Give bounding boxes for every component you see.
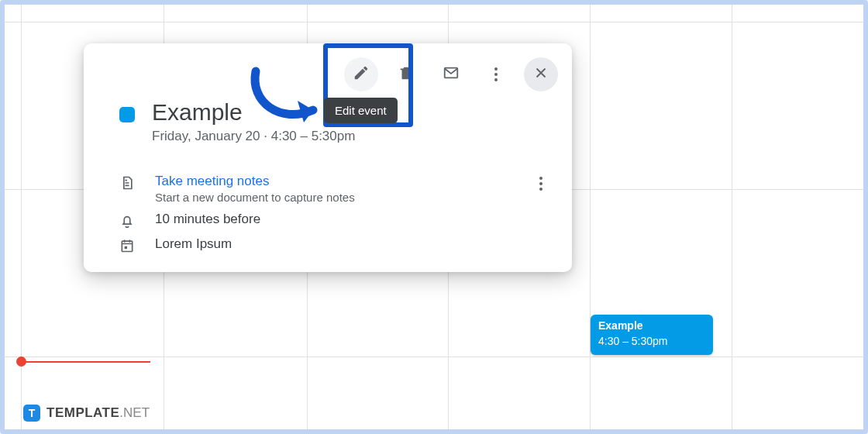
calendar-icon [119,238,135,253]
brand-name: TEMPLATE [46,405,119,420]
trash-icon [398,64,415,84]
popover-toolbar [93,54,563,91]
footer-watermark: T TEMPLATE.NET [23,405,150,422]
calendar-event-time: 4:30 – 5:30pm [598,334,705,350]
grid-line [5,22,863,22]
edit-tooltip: Edit event [324,98,398,123]
close-button[interactable] [524,57,558,91]
meeting-notes-subtitle: Start a new document to capture notes [155,191,510,204]
grid-line [5,356,863,357]
document-icon [119,175,135,191]
current-time-line [21,361,150,363]
meeting-notes-row: Take meeting notes Start a new document … [93,166,563,204]
options-button[interactable] [479,57,513,91]
brand-tld: .NET [119,405,150,420]
logo-badge: T [23,405,40,422]
delete-button[interactable] [389,57,423,91]
current-time-dot [16,356,26,367]
notes-options-button[interactable] [530,174,552,191]
more-vertical-icon [494,67,498,81]
calendar-row: Lorem Ipsum [93,229,563,253]
calendar-event-title: Example [598,319,705,334]
envelope-icon [443,64,460,84]
calendar-name: Lorem Ipsum [155,236,563,252]
bell-icon [119,213,135,229]
grid-line [590,5,591,429]
close-icon [532,64,549,84]
edit-button[interactable] [344,57,378,91]
more-vertical-icon [539,177,542,191]
reminder-row: 10 minutes before [93,204,563,229]
svg-rect-2 [125,246,127,249]
svg-rect-1 [122,241,132,251]
event-popover: Example Friday, January 20 · 4:30 – 5:30… [84,43,572,272]
meeting-notes-link[interactable]: Take meeting notes [155,174,510,189]
calendar-event-block[interactable]: Example 4:30 – 5:30pm [591,315,713,355]
email-button[interactable] [434,57,468,91]
event-datetime: Friday, January 20 · 4:30 – 5:30pm [152,129,355,144]
grid-line [732,5,732,429]
pencil-icon [353,64,370,84]
event-color-chip [119,107,135,122]
reminder-text: 10 minutes before [155,212,563,227]
